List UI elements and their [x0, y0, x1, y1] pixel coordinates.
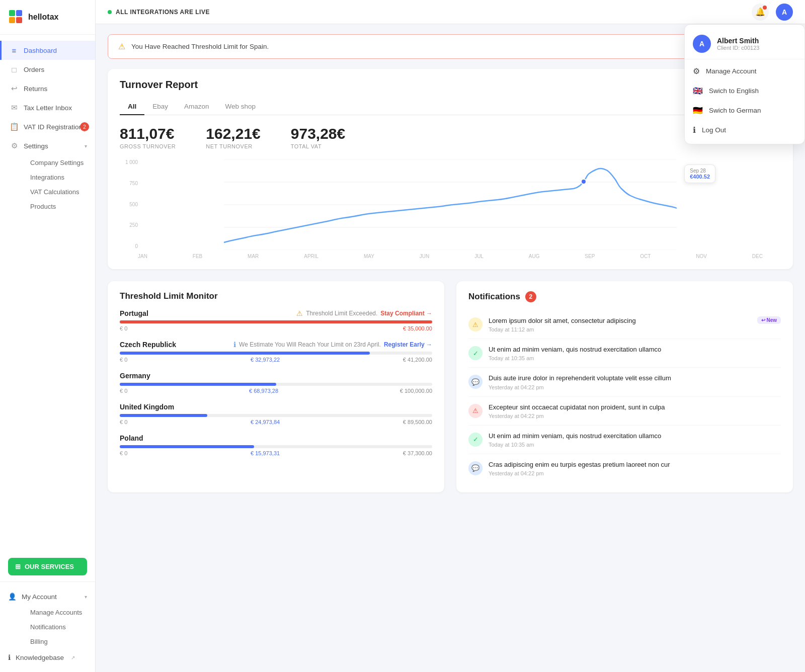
sidebar-item-returns[interactable]: ↩ Returns: [0, 79, 95, 98]
sidebar-item-vat-id-registration[interactable]: 📋 VAT ID Registration 2: [0, 117, 95, 136]
poland-bar-labels: € 0 € 15,973,31 € 37,300.00: [120, 450, 432, 456]
country-header-germany: Germany: [120, 372, 432, 380]
sidebar-item-settings[interactable]: ⚙ Settings ▾: [0, 136, 95, 155]
notif-success-icon: ✓: [468, 346, 482, 360]
uk-bar-labels: € 0 € 24,973,84 € 89,500.00: [120, 419, 432, 425]
stay-compliant-button[interactable]: Stay Compliant →: [380, 310, 432, 317]
total-vat-label: TOTAL VAT: [291, 143, 345, 149]
notif-time-5: Yesterday at 04:22 pm: [489, 470, 781, 476]
notification-item-1[interactable]: ✓ Ut enim ad minim veniam, quis nostrud …: [468, 339, 781, 368]
sidebar-item-notifications[interactable]: Notifications: [22, 620, 95, 634]
sidebar-item-billing[interactable]: Billing: [22, 634, 95, 649]
logout-icon: ℹ: [693, 125, 696, 135]
notif-text-5: Cras adipiscing enim eu turpis egestas p…: [489, 460, 781, 469]
sidebar: hellotax ≡ Dashboard □ Orders ↩ Returns …: [0, 0, 96, 672]
vat-id-icon: 📋: [10, 122, 19, 131]
manage-account-icon: ⚙: [693, 66, 700, 76]
user-icon: 👤: [8, 593, 17, 601]
turnover-tabs: All Ebay Amazon Web shop All: [120, 99, 781, 115]
account-dropdown: A Albert Smith Client ID: c00123 ⚙ Manag…: [684, 24, 805, 144]
help-icon: ℹ: [8, 653, 11, 661]
dropdown-avatar: A: [693, 35, 711, 53]
notif-body-2: Duis aute irure dolor in reprehenderit v…: [489, 374, 781, 390]
sidebar-item-knowledgebase[interactable]: ℹ Knowledgebase ↗: [0, 649, 95, 666]
sidebar-item-orders[interactable]: □ Orders: [0, 60, 95, 79]
country-name-uk: United Kingdom: [120, 403, 174, 411]
country-row-uk: United Kingdom € 0 € 24,973,84 € 89,500.…: [120, 403, 432, 425]
total-vat-value: 973,28€: [291, 125, 345, 142]
sidebar-item-vat-calculations[interactable]: VAT Calculations: [22, 185, 95, 199]
sidebar-item-products[interactable]: Products: [22, 199, 95, 214]
dashboard-icon: ≡: [10, 46, 19, 55]
sidebar-bottom: 👤 My Account ▾ Manage Accounts Notificat…: [0, 581, 95, 672]
dropdown-client-id: Client ID: c00123: [717, 45, 759, 51]
tooltip-value: €400.52: [690, 174, 710, 180]
poland-bar-fill: [120, 445, 254, 448]
notification-item-0[interactable]: ⚠ Lorem ipsum dolor sit amet, consectetu…: [468, 310, 781, 339]
tab-ebay[interactable]: Ebay: [144, 99, 176, 115]
dropdown-header: A Albert Smith Client ID: c00123: [685, 29, 804, 59]
portugal-bar-fill: [120, 320, 432, 323]
svg-rect-1: [16, 10, 22, 16]
tab-all[interactable]: All: [120, 99, 144, 115]
notif-text-1: Ut enim ad minim veniam, quis nostrud ex…: [489, 345, 781, 354]
bell-button[interactable]: 🔔: [752, 4, 769, 21]
sidebar-item-dashboard[interactable]: ≡ Dashboard: [0, 41, 95, 60]
grid-icon: ⊞: [15, 563, 21, 570]
notif-body-1: Ut enim ad minim veniam, quis nostrud ex…: [489, 345, 781, 361]
dropdown-item-label: Swich to German: [709, 107, 761, 114]
gross-turnover-label: GROSS TURNOVER: [120, 143, 176, 149]
dropdown-switch-german[interactable]: 🇩🇪 Swich to German: [685, 101, 804, 120]
de-flag-icon: 🇩🇪: [693, 106, 703, 115]
sidebar-item-my-account[interactable]: 👤 My Account ▾: [0, 588, 95, 605]
orders-icon: □: [10, 65, 19, 74]
notif-success-icon-2: ✓: [468, 433, 482, 447]
our-services-button[interactable]: ⊞ OUR SERVICES: [8, 558, 87, 575]
dropdown-item-label: Swich to English: [709, 87, 759, 95]
tab-amazon[interactable]: Amazon: [176, 99, 217, 115]
dropdown-manage-account[interactable]: ⚙ Manage Account: [685, 61, 804, 81]
svg-rect-0: [9, 10, 15, 16]
country-status-text: Threshold Limit Exceeded.: [306, 310, 377, 317]
notification-item-2[interactable]: 💬 Duis aute irure dolor in reprehenderit…: [468, 368, 781, 396]
country-name-germany: Germany: [120, 372, 150, 380]
notification-item-3[interactable]: ⚠ Excepteur sint occaecat cupidatat non …: [468, 397, 781, 426]
tooltip-date: Sep 28: [690, 168, 710, 174]
logo-wrap[interactable]: hellotax: [0, 0, 95, 35]
portugal-bar-labels: € 0 € 35,000.00: [120, 325, 432, 331]
tab-webshop[interactable]: Web shop: [217, 99, 264, 115]
uk-flag-icon: 🇬🇧: [693, 86, 703, 96]
register-early-button[interactable]: Register Early →: [384, 341, 432, 348]
notif-text-3: Excepteur sint occaecat cupidatat non pr…: [489, 403, 781, 412]
notification-item-5[interactable]: 💬 Cras adipiscing enim eu turpis egestas…: [468, 454, 781, 482]
sidebar-item-integrations[interactable]: Integrations: [22, 170, 95, 185]
country-status-text-czech: We Estimate You Will Reach Your Limit on…: [239, 341, 381, 348]
sidebar-item-label: Dashboard: [24, 47, 57, 54]
poland-progress-bar: [120, 445, 432, 448]
sidebar-item-company-settings[interactable]: Company Settings: [22, 155, 95, 170]
chart-x-labels: JAN FEB MAR APRIL MAY JUN JUL AUG SEP OC…: [120, 254, 781, 259]
country-header-uk: United Kingdom: [120, 403, 432, 411]
hellotax-logo-icon: [8, 9, 24, 25]
net-turnover-value: 162,21€: [206, 125, 260, 142]
returns-icon: ↩: [10, 84, 19, 93]
dropdown-name: Albert Smith: [717, 37, 759, 45]
germany-progress-bar: [120, 383, 432, 386]
external-link-icon: ↗: [71, 655, 75, 660]
notification-item-4[interactable]: ✓ Ut enim ad minim veniam, quis nostrud …: [468, 426, 781, 454]
uk-progress-bar: [120, 414, 432, 417]
sidebar-item-manage-accounts[interactable]: Manage Accounts: [22, 605, 95, 620]
status-dot: [108, 10, 112, 14]
germany-bar-fill: [120, 383, 276, 386]
sidebar-item-tax-letter-inbox[interactable]: ✉ Tax Letter Inbox: [0, 98, 95, 117]
country-row-czech: Czech Republick ℹ We Estimate You Will R…: [120, 341, 432, 363]
settings-icon: ⚙: [10, 141, 19, 150]
dropdown-logout[interactable]: ℹ Log Out: [685, 120, 804, 140]
dropdown-switch-english[interactable]: 🇬🇧 Swich to English: [685, 81, 804, 101]
topbar: ALL INTEGRATIONS ARE LIVE 🔔 A A Albert S…: [96, 0, 805, 24]
info-icon-czech: ℹ: [233, 341, 236, 349]
country-header-czech: Czech Republick ℹ We Estimate You Will R…: [120, 341, 432, 349]
topbar-right: 🔔 A: [752, 4, 793, 21]
country-row-portugal: Portugal ⚠ Threshold Limit Exceeded. Sta…: [120, 309, 432, 331]
avatar-button[interactable]: A: [776, 4, 793, 21]
